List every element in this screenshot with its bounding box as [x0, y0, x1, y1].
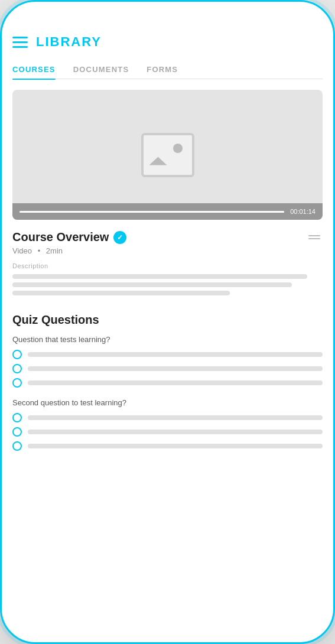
course-title: Course Overview [12, 230, 109, 244]
hamburger-icon[interactable] [12, 37, 28, 48]
tab-documents[interactable]: DOCUMENTS [73, 60, 129, 79]
answer-option-2-3[interactable] [12, 441, 323, 451]
radio-1-3[interactable] [12, 378, 22, 388]
answer-option-2-2[interactable] [12, 427, 323, 437]
answer-line-2-1 [28, 415, 323, 420]
phone-frame: LIBRARY COURSES DOCUMENTS FORMS 00:01:14 [0, 0, 335, 644]
course-duration: 2min [46, 246, 63, 255]
phone-screen: LIBRARY COURSES DOCUMENTS FORMS 00:01:14 [12, 28, 323, 625]
answer-option-2-1[interactable] [12, 413, 323, 422]
answer-line-1-1 [28, 352, 323, 357]
radio-1-1[interactable] [12, 350, 22, 359]
answer-line-1-2 [28, 366, 323, 371]
radio-2-1[interactable] [12, 413, 22, 422]
answer-line-1-3 [28, 380, 323, 385]
header: LIBRARY [12, 34, 323, 50]
course-type: Video [12, 246, 32, 255]
header-title: LIBRARY [36, 34, 102, 50]
question-block-2: Second question to test learning? [12, 398, 323, 451]
progress-fill [19, 211, 284, 213]
description-lines [12, 274, 323, 295]
desc-line-3 [12, 291, 230, 295]
question-1-text: Question that tests learning? [12, 335, 323, 344]
video-thumbnail [12, 90, 323, 220]
image-placeholder-icon [141, 133, 194, 177]
description-label: Description [12, 262, 323, 269]
video-time: 00:01:14 [290, 208, 316, 215]
radio-2-2[interactable] [12, 427, 22, 437]
progress-track [19, 211, 284, 213]
tab-forms[interactable]: FORMS [147, 60, 178, 79]
desc-line-2 [12, 282, 292, 287]
radio-1-2[interactable] [12, 364, 22, 373]
answer-option-1-3[interactable] [12, 378, 323, 388]
video-container[interactable]: 00:01:14 [12, 90, 323, 220]
answer-option-1-1[interactable] [12, 350, 323, 359]
meta-separator: • [38, 246, 41, 255]
phone-notch [121, 2, 215, 19]
tabs-bar: COURSES DOCUMENTS FORMS [12, 60, 323, 79]
answer-option-1-2[interactable] [12, 364, 323, 373]
course-meta: Video • 2min [12, 246, 323, 255]
desc-line-1 [12, 274, 307, 279]
question-block-1: Question that tests learning? [12, 335, 323, 388]
radio-2-3[interactable] [12, 441, 22, 451]
question-2-text: Second question to test learning? [12, 398, 323, 407]
course-info: Course Overview ✓ Video • 2min Descripti… [12, 230, 323, 295]
course-title-row: Course Overview ✓ [12, 230, 323, 244]
answer-line-2-3 [28, 444, 323, 448]
more-options-button[interactable] [306, 233, 323, 242]
quiz-section: Quiz Questions Question that tests learn… [12, 313, 323, 461]
verified-icon: ✓ [113, 231, 126, 244]
answer-line-2-2 [28, 430, 323, 434]
course-title-left: Course Overview ✓ [12, 230, 126, 244]
video-progress-bar: 00:01:14 [12, 203, 323, 220]
quiz-title: Quiz Questions [12, 313, 323, 327]
tab-courses[interactable]: COURSES [12, 60, 56, 79]
